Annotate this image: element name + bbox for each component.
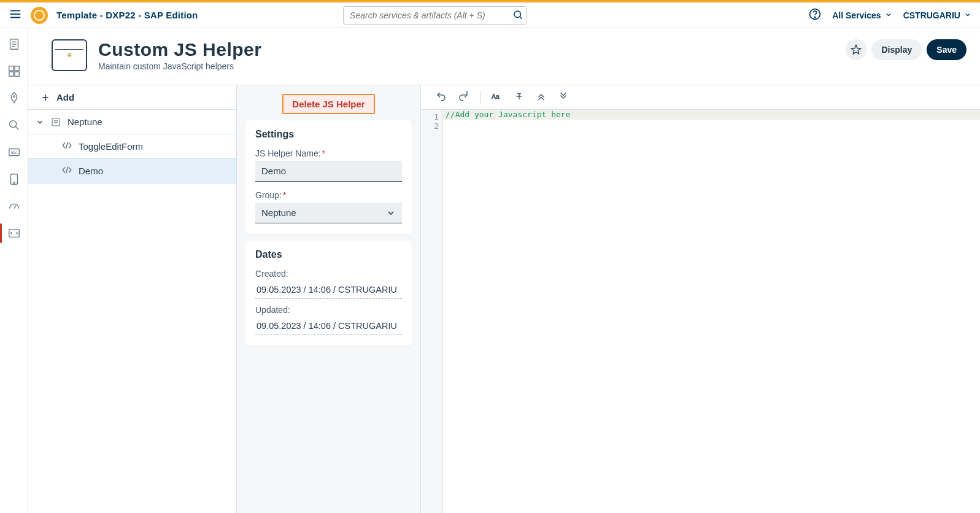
settings-card: Settings JS Helper Name:* Group:* [245, 120, 412, 234]
svg-rect-27 [52, 118, 60, 126]
search-icon[interactable] [512, 9, 523, 23]
created-label: Created: [255, 269, 402, 279]
logo-icon[interactable] [31, 7, 48, 24]
code-icon [61, 140, 72, 153]
svg-point-21 [14, 182, 15, 183]
code-area[interactable]: 1 2 //Add your Javascript here [421, 110, 980, 513]
tree-item-label: ToggleEditForm [79, 141, 143, 152]
content: ≡ Custom JS Helper Maintain custom JavaS… [28, 28, 980, 513]
favorite-button[interactable] [846, 39, 866, 60]
tree-item-demo[interactable]: Demo [28, 159, 236, 183]
svg-text:abc: abc [10, 150, 17, 155]
updated-value: 09.05.2023 / 14:06 / CSTRUGARIU [255, 317, 402, 335]
file-drawing-icon: ≡ [67, 51, 71, 60]
svg-line-30 [66, 142, 68, 149]
tree-item-label: Demo [79, 166, 103, 176]
chevron-down-icon [36, 118, 44, 126]
group-label: Group:* [255, 190, 402, 200]
expand-down-icon[interactable] [558, 91, 569, 104]
svg-line-17 [15, 126, 18, 129]
nav-code-icon[interactable] [7, 226, 21, 241]
created-value: 09.05.2023 / 14:06 / CSTRUGARIU [255, 281, 402, 299]
undo-icon[interactable] [436, 91, 447, 104]
svg-point-6 [815, 17, 816, 17]
svg-rect-11 [9, 66, 13, 71]
settings-title: Settings [255, 129, 402, 140]
svg-rect-12 [14, 66, 18, 71]
nav-device-icon[interactable] [7, 172, 21, 187]
svg-line-22 [14, 206, 16, 209]
svg-text:Aa: Aa [492, 92, 500, 99]
chevron-down-icon [964, 10, 971, 20]
dates-title: Dates [255, 249, 402, 260]
font-size-icon[interactable]: Aa [492, 91, 503, 104]
name-input[interactable] [255, 161, 402, 182]
tree-group-label: Neptune [68, 117, 102, 127]
vertical-nav: abc [0, 28, 28, 513]
app-header: Template - DXP22 - SAP Edition All Servi… [0, 2, 980, 28]
tree-item-toggleeditform[interactable]: ToggleEditForm [28, 134, 236, 159]
editor-toolbar: Aa [421, 85, 980, 110]
group-select[interactable] [255, 202, 402, 223]
chevron-down-icon [885, 10, 892, 20]
page-subtitle: Maintain custom JavaScript helpers [98, 61, 261, 71]
nav-grid-icon[interactable] [7, 64, 21, 79]
tree-list: Neptune ToggleEditForm Demo [28, 110, 236, 513]
user-menu[interactable]: CSTRUGARIU [903, 10, 971, 20]
nav-document-icon[interactable] [7, 37, 21, 52]
svg-rect-14 [14, 72, 18, 76]
folder-icon [50, 117, 61, 128]
header-right: All Services CSTRUGARIU [809, 8, 971, 23]
svg-point-16 [9, 121, 16, 128]
page-actions: Display Save [846, 39, 966, 60]
delete-js-helper-button[interactable]: Delete JS Helper [282, 94, 374, 114]
search-input[interactable] [343, 6, 527, 25]
page-title: Custom JS Helper [98, 39, 261, 60]
nav-rocket-icon[interactable] [7, 91, 21, 106]
page-title-block: Custom JS Helper Maintain custom JavaScr… [98, 39, 261, 71]
user-name: CSTRUGARIU [903, 10, 960, 20]
app-title: Template - DXP22 - SAP Edition [56, 10, 198, 20]
all-services-link[interactable]: All Services [832, 10, 892, 20]
code-gutter: 1 2 [421, 110, 443, 513]
nav-abc-icon[interactable]: abc [7, 145, 21, 160]
code-line: //Add your Javascript here [446, 110, 571, 119]
add-button[interactable]: Add [28, 85, 236, 110]
name-label: JS Helper Name:* [255, 148, 402, 158]
updated-label: Updated: [255, 305, 402, 315]
svg-point-15 [13, 96, 15, 98]
gutter-line: 2 [421, 122, 439, 131]
code-icon [61, 164, 72, 177]
svg-line-4 [520, 17, 522, 18]
editor-panel: Aa 1 2 //Add your Javascript here [421, 85, 980, 513]
workspace: Add Neptune ToggleEditForm Demo [28, 85, 980, 513]
display-button[interactable]: Display [871, 39, 922, 60]
strikethrough-icon[interactable] [514, 91, 525, 104]
dates-card: Dates Created: 09.05.2023 / 14:06 / CSTR… [245, 241, 412, 346]
svg-marker-24 [852, 45, 861, 54]
nav-search-icon[interactable] [7, 118, 21, 133]
svg-rect-13 [9, 72, 13, 76]
search-container [343, 6, 527, 25]
settings-panel: Delete JS Helper Settings JS Helper Name… [237, 85, 421, 513]
hamburger-icon[interactable] [9, 7, 22, 23]
page-header: ≡ Custom JS Helper Maintain custom JavaS… [28, 28, 980, 85]
save-button[interactable]: Save [927, 39, 966, 60]
collapse-up-icon[interactable] [536, 91, 547, 104]
redo-icon[interactable] [458, 91, 469, 104]
code-lines[interactable]: //Add your Javascript here [443, 110, 980, 513]
help-icon[interactable] [809, 8, 821, 23]
tree-group-neptune[interactable]: Neptune [28, 110, 236, 134]
svg-point-3 [514, 11, 521, 18]
gutter-line: 1 [421, 112, 439, 122]
main-area: abc ≡ Custom JS Helper Maintain custom J… [0, 28, 980, 513]
all-services-label: All Services [832, 10, 881, 20]
nav-dial-icon[interactable] [7, 199, 21, 214]
svg-line-31 [66, 167, 68, 174]
tree-panel: Add Neptune ToggleEditForm Demo [28, 85, 237, 513]
add-label: Add [56, 92, 74, 102]
page-header-icon: ≡ [52, 39, 87, 71]
toolbar-divider [480, 91, 480, 104]
